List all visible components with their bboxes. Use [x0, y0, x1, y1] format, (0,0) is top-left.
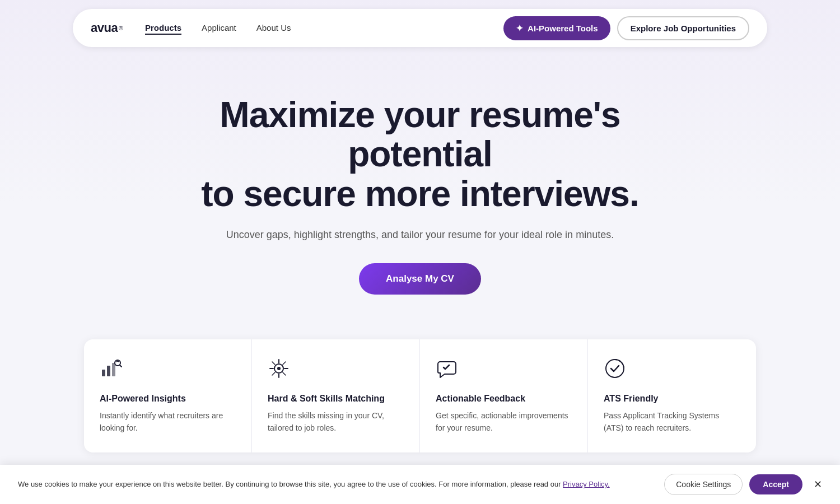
cookie-actions: Cookie Settings Accept — [664, 474, 802, 495]
cookie-accept-button[interactable]: Accept — [749, 474, 802, 494]
features-grid: AI-Powered Insights Instantly identify w… — [84, 339, 756, 452]
feature-desc-0: Instantly identify what recruiters are l… — [100, 409, 236, 435]
cookie-settings-button[interactable]: Cookie Settings — [664, 474, 743, 495]
feature-card-2: Actionable Feedback Get specific, action… — [420, 339, 588, 452]
nav-left: avua® Products Applicant About Us — [91, 21, 291, 35]
svg-point-15 — [606, 360, 624, 377]
nav-link-about[interactable]: About Us — [256, 23, 291, 32]
explore-jobs-button[interactable]: Explore Job Opportunities — [617, 16, 749, 40]
nav-item-products[interactable]: Products — [145, 23, 181, 33]
privacy-policy-link[interactable]: Privacy Policy. — [563, 480, 610, 488]
feature-title-2: Actionable Feedback — [436, 394, 572, 404]
feature-title-1: Hard & Soft Skills Matching — [268, 394, 404, 404]
hero-section: Maximize your resume's potential to secu… — [140, 56, 700, 323]
hero-title-line1: Maximize your resume's potential — [220, 95, 620, 174]
hero-title: Maximize your resume's potential to secu… — [151, 95, 689, 213]
navbar: avua® Products Applicant About Us ✦ AI-P… — [73, 9, 767, 47]
cookie-text: We use cookies to make your experience o… — [18, 479, 653, 490]
feature-card-3: ATS Friendly Pass Applicant Tracking Sys… — [588, 339, 756, 452]
cookie-message: We use cookies to make your experience o… — [18, 480, 563, 488]
ai-tools-label: AI-Powered Tools — [528, 24, 598, 33]
svg-line-11 — [272, 362, 275, 365]
hero-subtitle: Uncover gaps, highlight strengths, and t… — [151, 227, 689, 243]
nav-item-applicant[interactable]: Applicant — [202, 23, 236, 33]
svg-rect-1 — [107, 366, 110, 376]
feature-desc-3: Pass Applicant Tracking Systems (ATS) to… — [604, 409, 740, 435]
svg-line-12 — [283, 372, 286, 375]
hero-title-line2: to secure more interviews. — [201, 174, 638, 214]
skills-matching-icon — [268, 357, 404, 385]
svg-point-6 — [277, 367, 281, 370]
feature-card-0: AI-Powered Insights Instantly identify w… — [84, 339, 252, 452]
nav-item-about[interactable]: About Us — [256, 23, 291, 33]
feedback-icon — [436, 357, 572, 385]
feature-card-1: Hard & Soft Skills Matching Find the ski… — [252, 339, 420, 452]
ats-friendly-icon — [604, 357, 740, 385]
svg-line-13 — [283, 362, 286, 365]
ai-star-icon: ✦ — [516, 23, 523, 34]
svg-rect-0 — [102, 370, 105, 376]
logo-reg: ® — [119, 25, 123, 31]
cookie-close-button[interactable]: ✕ — [814, 478, 822, 491]
logo: avua® — [91, 21, 123, 35]
feature-title-0: AI-Powered Insights — [100, 394, 236, 404]
svg-line-4 — [120, 365, 122, 367]
feature-desc-1: Find the skills missing in your CV, tail… — [268, 409, 404, 435]
logo-text: avua — [91, 21, 118, 35]
nav-links: Products Applicant About Us — [145, 23, 291, 33]
cookie-banner: We use cookies to make your experience o… — [0, 465, 840, 504]
svg-line-14 — [272, 372, 275, 375]
analyse-cv-button[interactable]: Analyse My CV — [359, 263, 481, 295]
feature-title-3: ATS Friendly — [604, 394, 740, 404]
ai-insights-icon — [100, 357, 236, 385]
nav-link-products[interactable]: Products — [145, 23, 181, 35]
ai-tools-button[interactable]: ✦ AI-Powered Tools — [503, 16, 610, 40]
nav-right: ✦ AI-Powered Tools Explore Job Opportuni… — [503, 16, 749, 40]
feature-desc-2: Get specific, actionable improvements fo… — [436, 409, 572, 435]
nav-link-applicant[interactable]: Applicant — [202, 23, 236, 32]
svg-rect-2 — [112, 363, 115, 376]
